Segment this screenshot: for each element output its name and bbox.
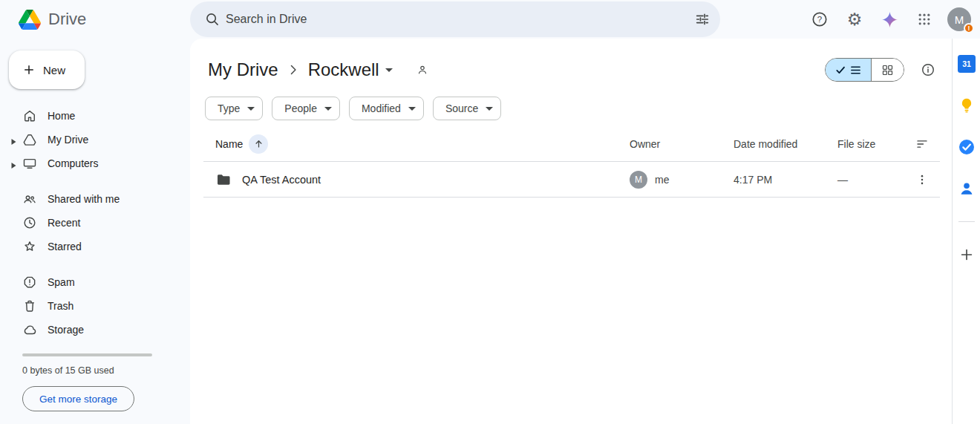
storage-usage-bar (22, 353, 152, 356)
tasks-app-button[interactable] (958, 138, 976, 156)
keep-app-button[interactable] (958, 97, 976, 114)
file-name-cell[interactable]: QA Test Account (203, 172, 630, 188)
contacts-app-button[interactable] (958, 180, 976, 198)
side-panel: 31 (952, 39, 980, 424)
breadcrumb-my-drive[interactable]: My Drive (203, 58, 283, 82)
topbar: Drive ? ⚙ (0, 0, 980, 39)
side-panel-divider (958, 221, 975, 222)
sidebar-item-recent[interactable]: Recent (9, 211, 178, 235)
filter-chip-modified[interactable]: Modified (349, 97, 424, 120)
date-modified-cell: 4:17 PM (734, 174, 837, 186)
sidebar-item-home[interactable]: Home (9, 104, 178, 128)
cloud-icon (21, 321, 39, 339)
sidebar: New Home My Driv (0, 39, 190, 424)
new-button[interactable]: New (9, 50, 85, 89)
folder-icon (215, 172, 232, 188)
home-icon (21, 107, 39, 125)
trash-icon (21, 297, 39, 315)
search-icon (200, 7, 224, 31)
account-avatar-button[interactable]: M ! (944, 4, 974, 34)
plus-icon (958, 247, 975, 263)
drive-logo-home-link[interactable]: Drive (0, 10, 190, 30)
filter-chips: Type People Modified Source (203, 97, 940, 120)
search-input[interactable] (224, 12, 687, 27)
account-alert-badge: ! (964, 23, 974, 33)
expand-arrow-icon[interactable] (10, 136, 18, 143)
calendar-icon: 31 (958, 55, 976, 73)
get-more-storage-button[interactable]: Get more storage (22, 386, 134, 411)
shared-people-icon (21, 190, 39, 208)
expand-arrow-icon[interactable] (10, 160, 18, 167)
drive-logo-icon (19, 10, 41, 30)
tasks-icon (958, 138, 976, 156)
members-icon (416, 62, 428, 77)
sort-options-button[interactable] (910, 132, 934, 156)
chevron-down-icon (324, 107, 332, 111)
sidebar-item-storage[interactable]: Storage (9, 318, 178, 342)
chevron-down-icon (486, 107, 493, 111)
sidebar-item-shared-with-me[interactable]: Shared with me (9, 187, 178, 211)
gear-icon: ⚙ (847, 11, 863, 28)
column-header-owner: Owner (630, 138, 734, 150)
sort-icon (915, 137, 929, 151)
spam-icon (21, 273, 39, 291)
column-header-name[interactable]: Name (203, 134, 630, 154)
breadcrumb: My Drive Rockwell (203, 58, 433, 82)
sort-ascending-icon[interactable] (249, 134, 268, 154)
calendar-app-button[interactable]: 31 (958, 55, 976, 73)
sidebar-nav: Home My Drive (9, 104, 178, 342)
folder-members-button[interactable] (412, 59, 433, 80)
main-header: My Drive Rockwell (203, 53, 940, 86)
sidebar-item-spam[interactable]: Spam (9, 270, 178, 294)
sidebar-item-computers[interactable]: Computers (9, 151, 178, 175)
keep-bulb-icon (958, 97, 976, 114)
google-apps-button[interactable] (909, 4, 939, 34)
sidebar-item-my-drive[interactable]: My Drive (9, 128, 178, 151)
apps-grid-icon (917, 12, 932, 27)
list-view-button[interactable] (826, 59, 871, 81)
owner-avatar: M (630, 171, 647, 189)
grid-view-button[interactable] (871, 59, 904, 81)
contacts-icon (958, 180, 976, 198)
breadcrumb-current-folder[interactable]: Rockwell (304, 58, 397, 82)
add-apps-button[interactable] (958, 246, 976, 264)
check-icon (835, 65, 846, 76)
storage-usage-text: 0 bytes of 15 GB used (22, 365, 178, 376)
main-content: My Drive Rockwell (190, 39, 952, 424)
help-icon: ? (811, 10, 829, 28)
view-toggle (825, 58, 904, 82)
table-row[interactable]: QA Test Account M me 4:17 PM — (203, 162, 940, 198)
chevron-down-icon (247, 107, 255, 111)
search-bar[interactable] (190, 1, 720, 37)
column-header-modified: Date modified (734, 138, 837, 150)
info-icon (921, 62, 935, 78)
file-size-cell: — (837, 174, 904, 186)
star-icon (21, 238, 39, 255)
filter-chip-source[interactable]: Source (433, 97, 501, 120)
help-button[interactable]: ? (805, 4, 834, 34)
svg-text:31: 31 (962, 59, 971, 68)
file-table: Name Owner Date modified File size (203, 126, 940, 198)
filter-chip-people[interactable]: People (272, 97, 340, 120)
details-button[interactable] (916, 58, 940, 82)
settings-button[interactable]: ⚙ (840, 4, 869, 34)
gemini-button[interactable] (875, 4, 904, 34)
app-title: Drive (48, 10, 86, 29)
more-vertical-icon (915, 173, 929, 186)
owner-cell: M me (630, 171, 734, 189)
sidebar-item-starred[interactable]: Starred (9, 235, 178, 258)
plus-icon (22, 63, 36, 76)
column-header-size: File size (837, 138, 904, 150)
grid-icon (881, 64, 894, 76)
filter-chip-type[interactable]: Type (205, 97, 263, 120)
search-options-button[interactable] (687, 4, 717, 34)
view-controls (825, 58, 940, 82)
clock-icon (21, 214, 39, 232)
topbar-actions: ? ⚙ M ! (805, 4, 980, 34)
my-drive-icon (21, 131, 39, 149)
chevron-down-icon (385, 68, 393, 72)
chevron-down-icon (408, 107, 416, 111)
gemini-sparkle-icon (881, 11, 898, 28)
sidebar-item-trash[interactable]: Trash (9, 294, 178, 318)
row-more-actions-button[interactable] (910, 168, 934, 192)
